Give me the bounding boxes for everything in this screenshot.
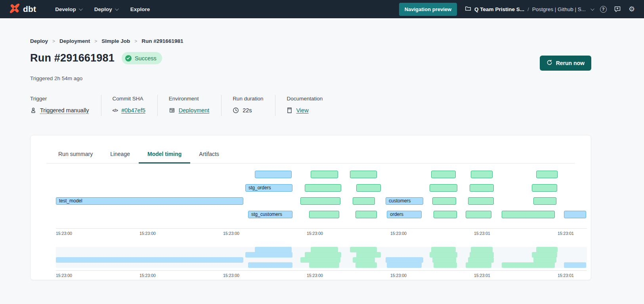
status-badge-label: Success <box>135 55 157 62</box>
dbt-logo[interactable]: dbt <box>10 3 36 15</box>
gantt-bar[interactable] <box>533 197 556 205</box>
minimap-bar[interactable] <box>432 257 456 263</box>
meta-value-text: Triggered manually <box>40 107 89 114</box>
meta-value-text: 22s <box>243 107 252 114</box>
gantt-bar[interactable] <box>434 211 457 218</box>
minimap-bar[interactable] <box>502 262 555 268</box>
gantt-bar[interactable] <box>432 197 456 205</box>
minimap-bar[interactable] <box>311 247 338 252</box>
nav-menu-explore[interactable]: Explore <box>126 3 155 15</box>
time-axis-tick: 15:23:00 <box>223 231 239 236</box>
gantt-bar[interactable] <box>353 197 375 205</box>
minimap-bar[interactable] <box>300 257 340 263</box>
gantt-bar[interactable] <box>305 184 341 192</box>
minimap-axis-tick: 15:23:00 <box>140 273 156 278</box>
minimap-bar[interactable] <box>255 247 292 252</box>
minimap-bar[interactable] <box>532 252 557 258</box>
feedback-icon[interactable] <box>613 5 622 13</box>
gantt-bar-stg_orders[interactable]: stg_orders <box>245 184 292 192</box>
timeline-minimap[interactable] <box>56 247 587 268</box>
minimap-axis-line <box>56 270 587 271</box>
meta-value-text[interactable]: Deployment <box>179 107 209 114</box>
breadcrumb-item[interactable]: SImple Job <box>101 38 130 44</box>
gantt-bar[interactable] <box>471 171 493 178</box>
gantt-bar[interactable] <box>300 197 340 205</box>
minimap-bar[interactable] <box>309 262 339 268</box>
tab-bar: Run summaryLineageModel timingArtifacts <box>46 146 575 164</box>
gantt-bar[interactable] <box>430 184 457 192</box>
dbt-logo-icon <box>10 3 20 15</box>
gantt-bar-orders[interactable]: orders <box>387 211 422 218</box>
minimap-bar[interactable] <box>350 247 377 252</box>
gantt-bar-test_model[interactable]: test_model <box>56 197 243 205</box>
minimap-bar[interactable] <box>434 262 457 268</box>
minimap-bar[interactable] <box>56 257 243 263</box>
meta-label: Commit SHA <box>113 96 145 102</box>
minimap-axis-tick: 15:23:00 <box>390 273 407 278</box>
nav-menu-develop[interactable]: Develop <box>50 3 86 15</box>
gantt-bar[interactable] <box>532 184 557 192</box>
gantt-bar[interactable] <box>536 171 558 178</box>
breadcrumb: Deploy>Deployment>SImple Job>Run #291661… <box>30 38 591 44</box>
tab-artifacts[interactable]: Artifacts <box>190 146 228 163</box>
gantt-bar[interactable] <box>468 197 494 205</box>
minimap-bar[interactable] <box>470 252 494 258</box>
minimap-bar[interactable] <box>245 252 292 258</box>
gantt-bar[interactable] <box>311 171 338 178</box>
tab-model-timing[interactable]: Model timing <box>139 146 190 163</box>
minimap-bar[interactable] <box>471 247 493 252</box>
minimap-bar[interactable] <box>355 262 377 268</box>
minimap-bar[interactable] <box>356 252 381 258</box>
minimap-bar[interactable] <box>466 262 491 268</box>
gantt-bar[interactable] <box>350 171 377 178</box>
minimap-bar[interactable] <box>564 262 586 268</box>
gantt-bar-stg_customers[interactable]: stg_customers <box>248 211 292 218</box>
meta-label: Environment <box>169 96 209 102</box>
triggered-timestamp: Triggered 2h 54m ago <box>30 75 591 81</box>
rerun-now-button[interactable]: Rerun now <box>540 56 591 71</box>
tab-lineage[interactable]: Lineage <box>101 146 139 163</box>
gantt-bar[interactable] <box>255 171 292 178</box>
meta-value: View <box>287 107 323 114</box>
time-axis-tick: 15:23:01 <box>474 231 490 236</box>
meta-value: </>#0b47ef5 <box>113 107 145 114</box>
settings-gear-icon[interactable]: ⚙ <box>627 5 636 13</box>
project-name: Q Team Pristine S... <box>474 6 524 12</box>
time-axis-tick: 15:23:00 <box>140 231 156 236</box>
run-metadata: TriggerTriggered manuallyCommit SHA</>#0… <box>30 95 591 116</box>
gantt-bar[interactable] <box>502 211 555 218</box>
minimap-bar[interactable] <box>248 262 292 268</box>
gantt-bar[interactable] <box>466 211 491 218</box>
gantt-bar[interactable] <box>431 171 456 178</box>
minimap-bar[interactable] <box>468 257 494 263</box>
minimap-bar[interactable] <box>430 252 457 258</box>
minimap-bar[interactable] <box>536 247 558 252</box>
gantt-row <box>56 171 587 179</box>
top-nav-left: dbt DevelopDeployExplore <box>10 3 155 15</box>
breadcrumb-item[interactable]: Run #291661981 <box>141 38 183 44</box>
navigation-preview-button[interactable]: Navigation preview <box>399 3 457 16</box>
gantt-bar[interactable] <box>564 211 586 218</box>
gantt-bar-customers[interactable]: customers <box>386 197 423 205</box>
gantt-bar[interactable] <box>355 211 377 218</box>
help-icon[interactable]: ? <box>599 5 608 13</box>
minimap-bar[interactable] <box>533 257 556 263</box>
minimap-bar[interactable] <box>305 252 341 258</box>
rerun-now-label: Rerun now <box>556 60 585 66</box>
gantt-bar[interactable] <box>356 184 381 192</box>
tab-run-summary[interactable]: Run summary <box>50 146 101 163</box>
meta-value-text[interactable]: #0b47ef5 <box>121 107 145 114</box>
minimap-bar[interactable] <box>431 247 456 252</box>
breadcrumb-item[interactable]: Deploy <box>30 38 48 44</box>
meta-value-text[interactable]: View <box>296 107 308 114</box>
minimap-bar[interactable] <box>353 257 375 263</box>
minimap-bar[interactable] <box>387 262 422 268</box>
gantt-bar[interactable] <box>309 211 339 218</box>
breadcrumb-separator: > <box>94 38 97 44</box>
model-timing-chart: stg_orderstest_modelcustomersstg_custome… <box>56 171 587 283</box>
breadcrumb-item[interactable]: Deployment <box>59 38 90 44</box>
nav-menu-deploy[interactable]: Deploy <box>90 3 122 15</box>
gantt-bar[interactable] <box>470 184 494 192</box>
minimap-bar[interactable] <box>386 257 423 263</box>
project-selector[interactable]: Q Team Pristine S... / Postgres | Github… <box>465 5 593 13</box>
